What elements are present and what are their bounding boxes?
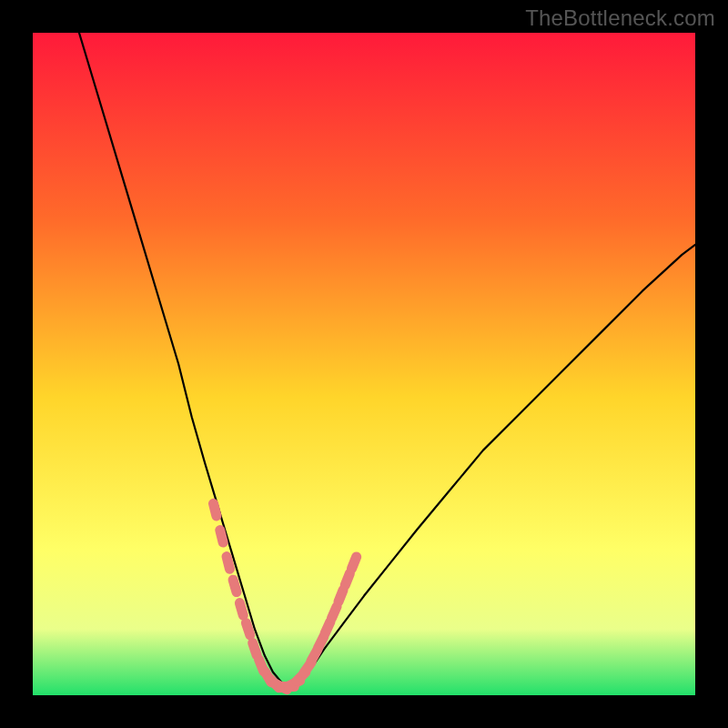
outer-frame: TheBottleneck.com [0,0,728,728]
highlight-dot [325,622,330,633]
highlight-dot [318,637,324,649]
highlight-dot [331,607,337,619]
highlight-dot [227,557,229,570]
highlight-dot [253,642,257,654]
highlight-dot [246,623,249,635]
highlight-dot [220,530,223,542]
plot-area [33,33,695,695]
highlight-dot [345,573,349,585]
highlight-dot [351,557,356,569]
watermark-text: TheBottleneck.com [525,5,715,31]
highlight-dot [214,503,217,516]
highlight-dot [233,580,237,592]
chart-svg [33,33,695,695]
highlight-dot [239,603,243,615]
highlight-dot [339,590,343,602]
